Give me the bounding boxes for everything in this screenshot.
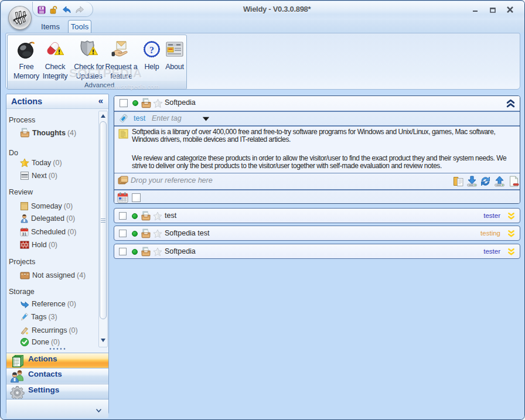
svg-text:?: ? [149,45,154,55]
svg-text:31: 31 [22,232,27,236]
